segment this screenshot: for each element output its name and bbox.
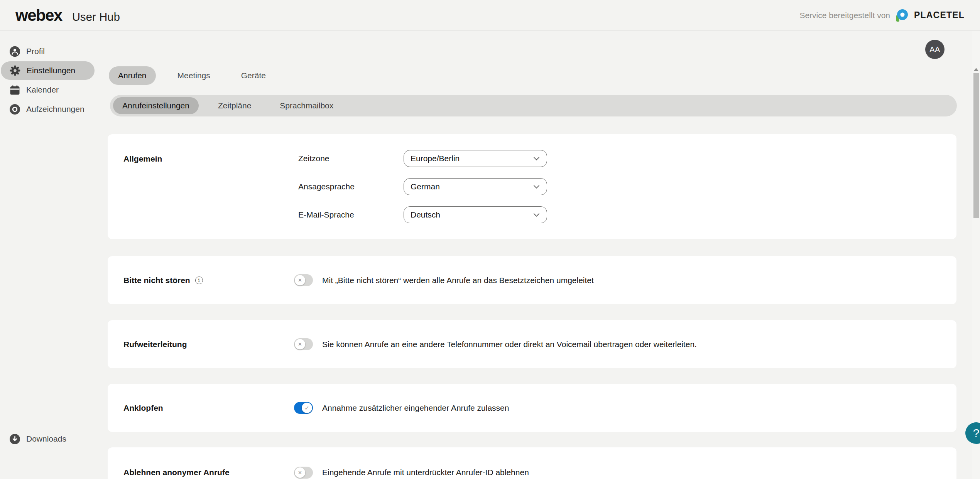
section-title: Allgemein: [123, 154, 162, 164]
timezone-select[interactable]: Europe/Berlin: [404, 150, 547, 167]
card-anklopfen: Anklopfen ✓ Annahme zusätzlicher eingehe…: [108, 384, 956, 432]
sidebar-item-einstellungen[interactable]: Einstellungen: [1, 61, 95, 80]
recordings-icon: [10, 104, 20, 115]
subtab-sprachmailbox[interactable]: Sprachmailbox: [270, 97, 343, 114]
announcement-language-select[interactable]: German: [404, 178, 547, 195]
title-col: Rufweiterleitung: [123, 340, 294, 349]
title-col: Anklopfen: [123, 403, 294, 413]
tab-geraete[interactable]: Geräte: [232, 66, 275, 85]
selected-value: Deutsch: [411, 210, 440, 219]
calendar-icon: [10, 85, 20, 95]
main-tabs: Anrufen Meetings Geräte: [109, 66, 275, 85]
general-form: Zeitzone Europe/Berlin Ansagesprache Ger…: [298, 150, 547, 234]
avatar[interactable]: AA: [925, 40, 945, 59]
form-row-zeitzone: Zeitzone Europe/Berlin: [298, 150, 547, 167]
card-ablehnen-anonymer-anrufe: Ablehnen anonymer Anrufe ✕ Eingehende An…: [108, 447, 956, 479]
brand-group: webex User Hub: [15, 6, 120, 25]
sidebar-item-label: Downloads: [26, 434, 66, 444]
field-label: Zeitzone: [298, 154, 404, 163]
field-label: Ansagesprache: [298, 182, 404, 191]
form-row-email-sprache: E-Mail-Sprache Deutsch: [298, 206, 547, 223]
profile-icon: [10, 46, 20, 57]
top-header: webex User Hub Service bereitgestellt vo…: [0, 0, 980, 31]
webex-user-hub-page: webex User Hub Service bereitgestellt vo…: [0, 0, 980, 479]
card-allgemein: Allgemein Zeitzone Europe/Berlin Ansages…: [108, 134, 956, 239]
field-label: E-Mail-Sprache: [298, 210, 404, 219]
subtab-anrufeinstellungen[interactable]: Anrufeinstellungen: [113, 97, 199, 114]
provider-group: Service bereitgestellt von PLACETEL: [799, 9, 965, 22]
call-waiting-toggle[interactable]: ✓: [294, 402, 313, 414]
call-forwarding-toggle[interactable]: ✕: [294, 338, 313, 350]
tab-meetings[interactable]: Meetings: [168, 66, 220, 85]
toggle-description: Mit „Bitte nicht stören“ werden alle Anr…: [322, 276, 594, 285]
chevron-down-icon: [533, 157, 540, 160]
info-icon[interactable]: i: [195, 277, 203, 284]
section-title: Ablehnen anonymer Anrufe: [123, 468, 230, 477]
card-bitte-nicht-stoeren: Bitte nicht stören i ✕ Mit „Bitte nicht …: [108, 256, 956, 304]
download-icon: [10, 434, 20, 444]
toggle-description: Sie können Anrufe an eine andere Telefon…: [322, 340, 697, 349]
selected-value: German: [411, 182, 440, 191]
sidebar: Profil Einstellungen: [0, 31, 108, 479]
toggle-knob-x-icon: ✕: [295, 339, 305, 349]
scroll-up-arrow-icon[interactable]: [974, 68, 978, 71]
sidebar-item-kalender[interactable]: Kalender: [1, 81, 95, 99]
chevron-down-icon: [533, 185, 540, 189]
toggle-knob-x-icon: ✕: [295, 275, 305, 285]
sidebar-item-downloads[interactable]: Downloads: [1, 430, 95, 448]
section-title: Anklopfen: [123, 403, 163, 413]
app-title: User Hub: [72, 11, 120, 24]
dnd-toggle[interactable]: ✕: [294, 274, 313, 286]
sidebar-item-label: Kalender: [26, 85, 59, 94]
sidebar-item-label: Aufzeichnungen: [26, 105, 84, 114]
placetel-logo-icon: [896, 9, 909, 22]
title-col: Bitte nicht stören i: [123, 276, 294, 285]
service-note: Service bereitgestellt von: [799, 11, 890, 20]
scrollbar-thumb[interactable]: [973, 73, 979, 218]
webex-logo: webex: [15, 6, 62, 25]
provider-name: PLACETEL: [914, 10, 965, 20]
email-language-select[interactable]: Deutsch: [404, 206, 547, 223]
sidebar-item-label: Profil: [26, 47, 45, 56]
tab-anrufen[interactable]: Anrufen: [109, 66, 156, 85]
gear-icon: [10, 65, 20, 76]
section-title: Bitte nicht stören: [123, 276, 190, 285]
selected-value: Europe/Berlin: [411, 154, 460, 163]
toggle-description: Annahme zusätzlicher eingehender Anrufe …: [322, 403, 509, 413]
subtab-zeitplaene[interactable]: Zeitpläne: [209, 97, 260, 114]
toggle-knob-check-icon: ✓: [302, 403, 312, 413]
sidebar-item-profil[interactable]: Profil: [1, 42, 95, 61]
reject-anonymous-toggle[interactable]: ✕: [294, 467, 313, 479]
sidebar-item-label: Einstellungen: [27, 66, 75, 75]
card-rufweiterleitung: Rufweiterleitung ✕ Sie können Anrufe an …: [108, 320, 956, 368]
sub-tabs: Anrufeinstellungen Zeitpläne Sprachmailb…: [110, 95, 957, 116]
vertical-scrollbar[interactable]: [972, 31, 980, 479]
sidebar-item-aufzeichnungen[interactable]: Aufzeichnungen: [1, 100, 95, 118]
title-col: Ablehnen anonymer Anrufe: [123, 468, 294, 477]
form-row-ansagesprache: Ansagesprache German: [298, 178, 547, 195]
toggle-knob-x-icon: ✕: [295, 467, 305, 478]
help-button[interactable]: ?: [965, 422, 980, 444]
chevron-down-icon: [533, 213, 540, 217]
section-title: Rufweiterleitung: [123, 340, 187, 349]
toggle-description: Eingehende Anrufe mit unterdrückter Anru…: [322, 468, 529, 477]
